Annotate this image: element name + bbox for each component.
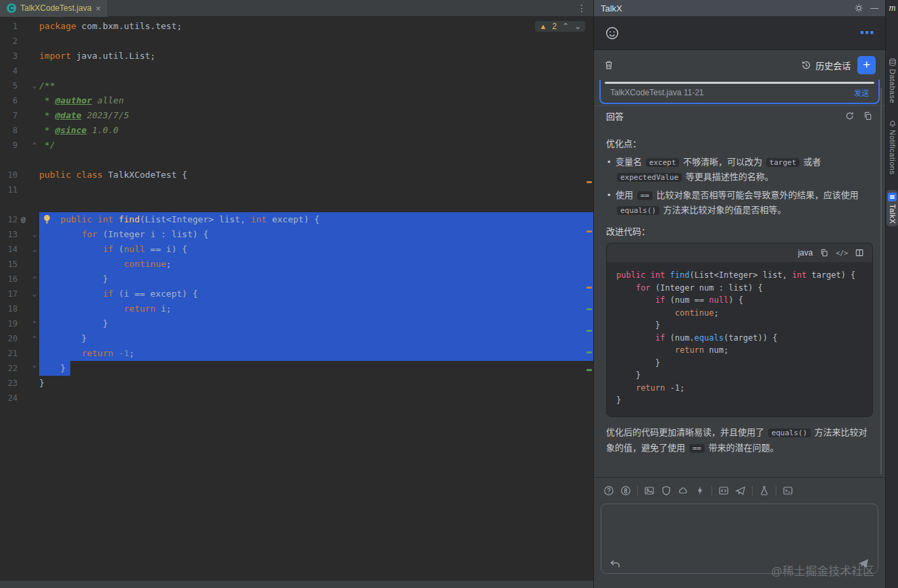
inspection-widget[interactable]: ▲ 2 ⌃ ⌄ [535,21,585,32]
selected-code-card[interactable]: TalkXCodeTest.java 11-21 发送 [599,80,880,104]
token-counter-icon[interactable] [620,485,631,496]
notifications-tool-button[interactable]: Notifications [886,119,898,174]
regenerate-icon[interactable] [845,111,855,121]
answer-code-lines[interactable]: public int find(List<Integer> list, int … [607,262,872,416]
code-line[interactable]: 4 [0,64,593,78]
code-line[interactable]: 12@ public int find(List<Integer> list, … [0,212,593,227]
flask-icon[interactable] [759,485,770,496]
more-options-icon[interactable]: ⋯ [859,30,874,36]
talkx-tool-button[interactable]: TalkX [887,190,898,226]
gutter [18,34,39,49]
open-in-window-icon[interactable] [855,248,864,258]
chat-input-box[interactable] [601,504,878,574]
answer-code-block: java </> public int find(List<Integer> l… [606,243,873,417]
stripe-mark[interactable] [587,351,592,353]
send-link[interactable]: 发送 [854,87,869,98]
toolbar-separator [712,486,712,495]
maven-tool-button[interactable]: m [886,3,898,14]
fold-icon[interactable]: ⌃ [18,331,39,346]
fold-icon[interactable]: ⌃ [18,361,39,376]
code-line[interactable]: 11 [0,182,593,197]
code-line[interactable]: 19⌃ } [0,316,593,331]
line-number: 5 [0,78,18,93]
code-line[interactable]: 10public class TalkXCodeTest { [0,168,593,182]
line-number: 1 [0,19,18,34]
code-line[interactable]: 5⌄/** [0,78,593,93]
copy-answer-icon[interactable] [863,111,873,121]
fold-icon[interactable]: ⌄ [18,227,39,242]
stripe-mark[interactable] [587,230,592,232]
code-editor[interactable]: 1package com.bxm.utils.test;23import jav… [0,17,593,580]
reply-icon[interactable] [609,559,621,569]
next-warning-icon[interactable]: ⌄ [574,22,581,30]
text-segment: 方法来比较对象的值是否相等。 [661,205,787,215]
inline-code-chip: equals() [617,206,659,215]
tab-close-icon[interactable]: × [95,4,101,13]
code-line[interactable]: 1package com.bxm.utils.test; [0,19,593,34]
stripe-mark[interactable] [587,181,592,183]
code-text: } [39,272,593,287]
fold-icon[interactable]: ⌄ [18,242,39,257]
minimize-icon[interactable]: — [870,3,878,13]
image-icon[interactable] [644,485,655,496]
code-line[interactable]: 20⌃ } [0,331,593,346]
code-line[interactable]: 8 * @since 1.0.0 [0,123,593,138]
code-line[interactable]: 14⌄ if (null == i) { [0,242,593,257]
shield-icon[interactable] [661,485,672,496]
code-line[interactable]: 16⌃ } [0,272,593,287]
code-line[interactable]: 9⌃ */ [0,138,593,153]
code-line[interactable]: 24 [0,391,593,406]
stripe-mark[interactable] [587,308,592,310]
answer-code-line: public int find(List<Integer> list, int … [616,269,863,282]
editor-menu-icon[interactable]: ⋮ [577,3,593,14]
code-line[interactable]: 13⌄ for (Integer i : list) { [0,227,593,242]
assistant-bar: ⋯ [594,17,885,50]
code-line[interactable]: 3import java.util.List; [0,49,593,64]
telegram-icon[interactable] [735,485,746,496]
fold-icon[interactable]: ⌄ [18,78,39,93]
code-line[interactable]: 2 [0,34,593,49]
stripe-mark[interactable] [587,369,592,371]
stripe-mark[interactable] [587,287,592,289]
prev-warning-icon[interactable]: ⌃ [562,22,569,30]
code-line[interactable]: 23} [0,376,593,391]
trash-icon[interactable] [603,59,614,70]
fold-icon[interactable]: ⌄ [18,287,39,301]
editor-tab[interactable]: C TalkXCodeTest.java × [0,0,108,17]
gutter [18,182,39,197]
fold-icon[interactable]: ⌃ [18,138,39,153]
copy-code-icon[interactable] [820,248,829,258]
line-number: 2 [0,34,18,49]
code-line[interactable]: 17⌄ if (i == except) { [0,287,593,301]
panel-scrollbar[interactable] [880,88,882,474]
code-text: import java.util.List; [39,49,593,64]
cloud-icon[interactable] [678,485,689,496]
code-insert-icon[interactable] [718,485,729,496]
history-button[interactable]: 历史会话 [801,59,851,72]
line-number: 21 [0,346,18,361]
code-line[interactable]: 18 return i; [0,301,593,316]
code-line[interactable]: 15 continue; [0,257,593,272]
optimization-title: 优化点： [606,137,873,149]
stripe-mark[interactable] [587,330,592,332]
code-line[interactable]: 22⌃ } [0,361,593,376]
fold-icon[interactable]: ⌃ [18,272,39,287]
gear-icon[interactable] [854,3,864,13]
chat-input[interactable] [601,504,878,552]
new-session-button[interactable]: + [857,56,876,74]
code-line[interactable]: 6 * @author allen [0,93,593,108]
fold-icon[interactable]: ⌃ [18,316,39,331]
insert-code-icon[interactable]: </> [836,249,848,257]
code-text: /** [39,78,593,93]
code-line[interactable]: 21 return -1; [0,346,593,361]
database-tool-button[interactable]: Database [886,58,898,103]
code-line[interactable]: 7 * @date 2023/7/5 [0,108,593,123]
inline-code-chip: except [646,158,680,167]
lightning-icon[interactable] [695,485,705,496]
terminal-icon[interactable] [782,485,793,496]
annotation-gutter-icon[interactable]: @ [18,212,39,227]
help-icon[interactable] [603,485,614,496]
send-icon[interactable] [857,558,870,569]
intention-bulb-icon[interactable] [43,214,51,225]
bell-icon [889,119,897,127]
